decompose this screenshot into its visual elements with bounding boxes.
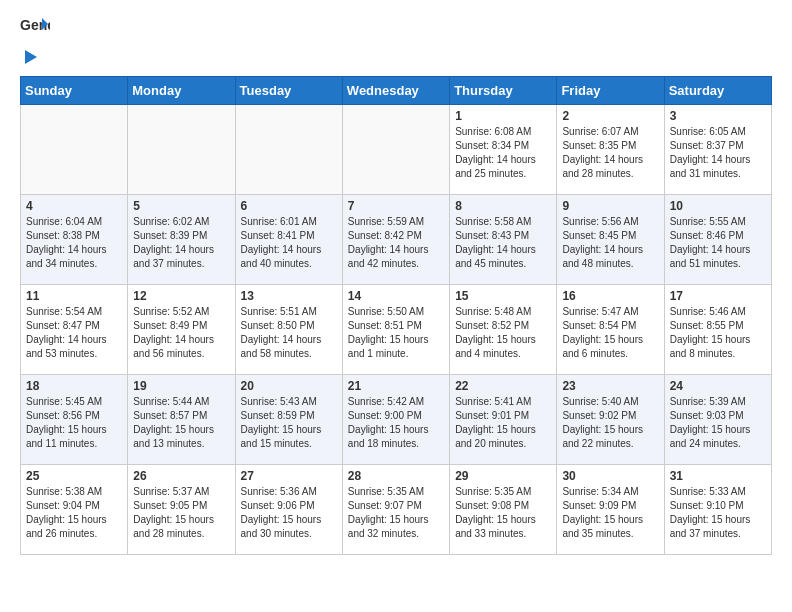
calendar-header-monday: Monday: [128, 77, 235, 105]
day-number: 17: [670, 289, 766, 303]
calendar-day-cell: 19Sunrise: 5:44 AM Sunset: 8:57 PM Dayli…: [128, 375, 235, 465]
day-info: Sunrise: 5:54 AM Sunset: 8:47 PM Dayligh…: [26, 305, 122, 361]
day-number: 26: [133, 469, 229, 483]
day-info: Sunrise: 5:41 AM Sunset: 9:01 PM Dayligh…: [455, 395, 551, 451]
day-number: 27: [241, 469, 337, 483]
day-number: 5: [133, 199, 229, 213]
calendar-day-cell: 24Sunrise: 5:39 AM Sunset: 9:03 PM Dayli…: [664, 375, 771, 465]
day-info: Sunrise: 5:55 AM Sunset: 8:46 PM Dayligh…: [670, 215, 766, 271]
day-number: 8: [455, 199, 551, 213]
day-number: 10: [670, 199, 766, 213]
logo-text: General: [20, 16, 50, 44]
svg-marker-2: [25, 50, 37, 64]
calendar-day-cell: 23Sunrise: 5:40 AM Sunset: 9:02 PM Dayli…: [557, 375, 664, 465]
day-number: 16: [562, 289, 658, 303]
day-number: 20: [241, 379, 337, 393]
calendar-day-cell: 12Sunrise: 5:52 AM Sunset: 8:49 PM Dayli…: [128, 285, 235, 375]
calendar-week-row: 4Sunrise: 6:04 AM Sunset: 8:38 PM Daylig…: [21, 195, 772, 285]
logo-words: [20, 44, 43, 68]
calendar-day-cell: 6Sunrise: 6:01 AM Sunset: 8:41 PM Daylig…: [235, 195, 342, 285]
calendar-header-thursday: Thursday: [450, 77, 557, 105]
calendar-day-cell: 10Sunrise: 5:55 AM Sunset: 8:46 PM Dayli…: [664, 195, 771, 285]
day-number: 3: [670, 109, 766, 123]
calendar-header-tuesday: Tuesday: [235, 77, 342, 105]
day-info: Sunrise: 6:07 AM Sunset: 8:35 PM Dayligh…: [562, 125, 658, 181]
calendar-header-saturday: Saturday: [664, 77, 771, 105]
day-info: Sunrise: 5:45 AM Sunset: 8:56 PM Dayligh…: [26, 395, 122, 451]
calendar-day-cell: 21Sunrise: 5:42 AM Sunset: 9:00 PM Dayli…: [342, 375, 449, 465]
calendar-container: General SundayMondayTuesdayWednesdayThur…: [0, 0, 792, 565]
day-info: Sunrise: 5:36 AM Sunset: 9:06 PM Dayligh…: [241, 485, 337, 541]
calendar-day-cell: 5Sunrise: 6:02 AM Sunset: 8:39 PM Daylig…: [128, 195, 235, 285]
day-info: Sunrise: 5:37 AM Sunset: 9:05 PM Dayligh…: [133, 485, 229, 541]
day-number: 14: [348, 289, 444, 303]
calendar-day-cell: 1Sunrise: 6:08 AM Sunset: 8:34 PM Daylig…: [450, 105, 557, 195]
day-info: Sunrise: 5:58 AM Sunset: 8:43 PM Dayligh…: [455, 215, 551, 271]
day-number: 9: [562, 199, 658, 213]
calendar-day-cell: 9Sunrise: 5:56 AM Sunset: 8:45 PM Daylig…: [557, 195, 664, 285]
calendar-week-row: 25Sunrise: 5:38 AM Sunset: 9:04 PM Dayli…: [21, 465, 772, 555]
day-info: Sunrise: 5:43 AM Sunset: 8:59 PM Dayligh…: [241, 395, 337, 451]
calendar-day-cell: 22Sunrise: 5:41 AM Sunset: 9:01 PM Dayli…: [450, 375, 557, 465]
day-info: Sunrise: 5:48 AM Sunset: 8:52 PM Dayligh…: [455, 305, 551, 361]
day-info: Sunrise: 6:01 AM Sunset: 8:41 PM Dayligh…: [241, 215, 337, 271]
calendar-day-cell: 26Sunrise: 5:37 AM Sunset: 9:05 PM Dayli…: [128, 465, 235, 555]
day-info: Sunrise: 5:35 AM Sunset: 9:07 PM Dayligh…: [348, 485, 444, 541]
day-number: 30: [562, 469, 658, 483]
day-info: Sunrise: 5:44 AM Sunset: 8:57 PM Dayligh…: [133, 395, 229, 451]
logo-icon: General: [20, 16, 50, 44]
calendar-week-row: 18Sunrise: 5:45 AM Sunset: 8:56 PM Dayli…: [21, 375, 772, 465]
day-info: Sunrise: 5:39 AM Sunset: 9:03 PM Dayligh…: [670, 395, 766, 451]
calendar-week-row: 1Sunrise: 6:08 AM Sunset: 8:34 PM Daylig…: [21, 105, 772, 195]
calendar-day-cell: 3Sunrise: 6:05 AM Sunset: 8:37 PM Daylig…: [664, 105, 771, 195]
day-info: Sunrise: 5:46 AM Sunset: 8:55 PM Dayligh…: [670, 305, 766, 361]
calendar-day-cell: 30Sunrise: 5:34 AM Sunset: 9:09 PM Dayli…: [557, 465, 664, 555]
day-number: 15: [455, 289, 551, 303]
day-info: Sunrise: 6:02 AM Sunset: 8:39 PM Dayligh…: [133, 215, 229, 271]
calendar-day-cell: 14Sunrise: 5:50 AM Sunset: 8:51 PM Dayli…: [342, 285, 449, 375]
day-info: Sunrise: 5:50 AM Sunset: 8:51 PM Dayligh…: [348, 305, 444, 361]
calendar-header-sunday: Sunday: [21, 77, 128, 105]
day-info: Sunrise: 6:08 AM Sunset: 8:34 PM Dayligh…: [455, 125, 551, 181]
day-number: 4: [26, 199, 122, 213]
calendar-week-row: 11Sunrise: 5:54 AM Sunset: 8:47 PM Dayli…: [21, 285, 772, 375]
logo: General: [20, 16, 50, 68]
day-number: 31: [670, 469, 766, 483]
day-info: Sunrise: 6:04 AM Sunset: 8:38 PM Dayligh…: [26, 215, 122, 271]
day-info: Sunrise: 5:56 AM Sunset: 8:45 PM Dayligh…: [562, 215, 658, 271]
calendar-day-cell: 13Sunrise: 5:51 AM Sunset: 8:50 PM Dayli…: [235, 285, 342, 375]
calendar-day-cell: 29Sunrise: 5:35 AM Sunset: 9:08 PM Dayli…: [450, 465, 557, 555]
calendar-day-cell: 16Sunrise: 5:47 AM Sunset: 8:54 PM Dayli…: [557, 285, 664, 375]
logo-arrow-icon: [21, 46, 41, 68]
day-number: 25: [26, 469, 122, 483]
day-info: Sunrise: 5:33 AM Sunset: 9:10 PM Dayligh…: [670, 485, 766, 541]
calendar-day-cell: 17Sunrise: 5:46 AM Sunset: 8:55 PM Dayli…: [664, 285, 771, 375]
calendar-day-cell: 18Sunrise: 5:45 AM Sunset: 8:56 PM Dayli…: [21, 375, 128, 465]
day-info: Sunrise: 5:47 AM Sunset: 8:54 PM Dayligh…: [562, 305, 658, 361]
calendar-day-cell: [342, 105, 449, 195]
day-info: Sunrise: 5:59 AM Sunset: 8:42 PM Dayligh…: [348, 215, 444, 271]
calendar-day-cell: 28Sunrise: 5:35 AM Sunset: 9:07 PM Dayli…: [342, 465, 449, 555]
calendar-day-cell: 25Sunrise: 5:38 AM Sunset: 9:04 PM Dayli…: [21, 465, 128, 555]
calendar-day-cell: 7Sunrise: 5:59 AM Sunset: 8:42 PM Daylig…: [342, 195, 449, 285]
day-number: 11: [26, 289, 122, 303]
day-number: 1: [455, 109, 551, 123]
day-number: 21: [348, 379, 444, 393]
calendar-day-cell: 4Sunrise: 6:04 AM Sunset: 8:38 PM Daylig…: [21, 195, 128, 285]
calendar-day-cell: 20Sunrise: 5:43 AM Sunset: 8:59 PM Dayli…: [235, 375, 342, 465]
day-number: 28: [348, 469, 444, 483]
day-info: Sunrise: 5:52 AM Sunset: 8:49 PM Dayligh…: [133, 305, 229, 361]
header: General: [20, 16, 772, 68]
calendar-day-cell: 31Sunrise: 5:33 AM Sunset: 9:10 PM Dayli…: [664, 465, 771, 555]
day-info: Sunrise: 5:40 AM Sunset: 9:02 PM Dayligh…: [562, 395, 658, 451]
calendar-day-cell: [128, 105, 235, 195]
calendar-day-cell: 15Sunrise: 5:48 AM Sunset: 8:52 PM Dayli…: [450, 285, 557, 375]
calendar-header-row: SundayMondayTuesdayWednesdayThursdayFrid…: [21, 77, 772, 105]
day-number: 6: [241, 199, 337, 213]
day-number: 18: [26, 379, 122, 393]
calendar-day-cell: [21, 105, 128, 195]
day-info: Sunrise: 5:35 AM Sunset: 9:08 PM Dayligh…: [455, 485, 551, 541]
day-number: 29: [455, 469, 551, 483]
calendar-header-friday: Friday: [557, 77, 664, 105]
day-number: 22: [455, 379, 551, 393]
